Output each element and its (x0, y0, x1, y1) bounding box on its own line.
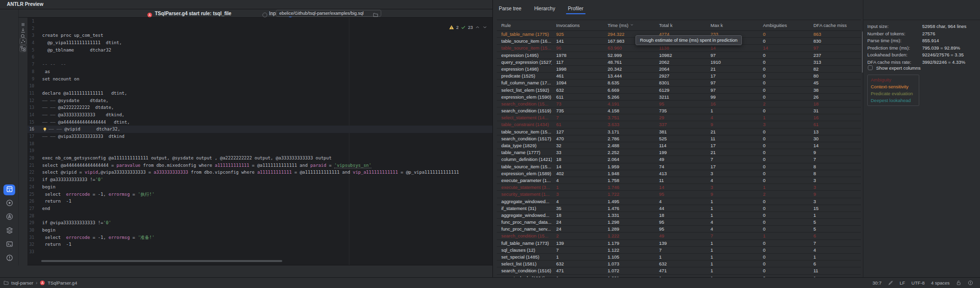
activity-bar-item-tool-antlr-preview[interactable] (3, 184, 15, 195)
profiler-row[interactable]: predicate (1525)46113.444292717080 (497, 73, 861, 79)
code-line-23[interactable]: 23if @a333333333333 !='0' (27, 176, 492, 183)
profiler-table-body[interactable]: full_table_name (1775)925294.32242742330… (497, 31, 861, 277)
profiler-row[interactable]: select_list (1581)6321.073632106 (497, 261, 861, 267)
inspection-widget[interactable]: 2 23 (449, 25, 488, 30)
profiler-row[interactable]: select_list_elem (1592)6326.669612997038 (497, 87, 861, 94)
code-line-32[interactable]: 32 return -1 (27, 241, 492, 248)
column-header-time-ms-[interactable]: Time (ms) (603, 23, 655, 28)
profiler-row[interactable]: expression (1495)197852.99910982970237 (497, 52, 861, 59)
breadcrumb-file[interactable]: TSqlParser.g4 (48, 280, 77, 286)
profiler-row[interactable]: select_statement (14...73.751294116 (497, 114, 861, 121)
profiler-row[interactable]: search_condition (15...734.1919516218 (497, 101, 861, 107)
tab-hierarchy[interactable]: Hierarchy (533, 4, 556, 15)
code-line-8[interactable]: 8 as (27, 68, 492, 76)
file-path-input[interactable]: ebelice/Github/tsql-parser/examples/big.… (276, 10, 381, 17)
caret-position[interactable]: 30:7 (872, 280, 882, 286)
code-line-13[interactable]: 13—— —— @a2222222222 dtdate, (27, 104, 492, 111)
profiler-row[interactable]: expression_elem (1590)6115.266321199026 (497, 94, 861, 101)
profiler-row[interactable]: execute_statement (3...11.74614313 (497, 184, 861, 191)
intention-bulb-icon[interactable] (42, 127, 49, 132)
code-line-20[interactable]: 20exec nb_com_getsysconfig @a11111111111… (27, 155, 492, 162)
profiler-row[interactable]: security_statement (1...31.72295929 (497, 191, 861, 198)
code-line-19[interactable]: 19 (27, 147, 492, 155)
code-line-31[interactable]: 31 select errorcode = -1, errormsg = '准备… (27, 234, 492, 241)
activity-bar-item-tool-run[interactable] (3, 198, 15, 209)
profiler-row[interactable]: query_expression (1527)11748.76120621910… (497, 59, 861, 66)
code-editor[interactable]: 123create proc up_com_test4 @p_vipa11111… (27, 18, 492, 265)
code-line-3[interactable]: 3create proc up_com_test (27, 32, 492, 39)
profiler-row[interactable]: expression (1498)199820.342206421082 (497, 66, 861, 73)
code-line-30[interactable]: 30begin (27, 227, 492, 234)
profiler-row[interactable]: table_constraint (1434)613.6333379361 (497, 121, 861, 128)
column-header-max-k[interactable]: Max k (706, 23, 759, 28)
column-header-rule[interactable]: Rule (497, 23, 552, 28)
profiler-row[interactable]: table_source_item (15...1273.17138121013 (497, 129, 861, 135)
code-line-10[interactable]: 10 (27, 82, 492, 90)
code-line-28[interactable]: 28 (27, 212, 492, 220)
profiler-row[interactable]: search_condition (15...21.22249716 (497, 233, 861, 239)
chevron-up-icon[interactable] (475, 25, 480, 30)
code-line-1[interactable]: 1 (27, 18, 492, 25)
unlock-icon[interactable] (956, 280, 961, 286)
expert-columns-checkbox[interactable] (867, 65, 873, 71)
input-radio[interactable] (262, 11, 268, 16)
indent-setting[interactable]: 4 spaces (931, 280, 950, 286)
readonly-pen-icon[interactable] (888, 280, 893, 286)
code-line-21[interactable]: 21select @a4444444444444444 = paravalue … (27, 162, 492, 169)
profiler-row[interactable]: data_type (1829)322.48811417014 (497, 142, 861, 149)
breadcrumb-project[interactable]: tsql-parser (11, 280, 33, 286)
profiler-row[interactable]: search_condition (1519)7354.1587351031 (497, 107, 861, 114)
encoding[interactable]: UTF-8 (911, 280, 925, 286)
code-line-18[interactable]: 18 (27, 140, 492, 148)
profiler-row[interactable]: column_definition (1421)182.06449707 (497, 156, 861, 163)
profiler-row[interactable]: aggregate_windowed...181.33118101 (497, 212, 861, 219)
profiler-row[interactable]: set_special (1485)11.1051101 (497, 254, 861, 261)
tab-parse-tree[interactable]: Parse tree (498, 4, 522, 15)
code-line-16[interactable]: 16—— —— @vipid dtchar32, (27, 126, 492, 133)
activity-bar-item-tool-services[interactable] (3, 226, 15, 236)
profiler-row[interactable]: func_proc_name_data...241.29895405 (497, 219, 861, 226)
code-line-5[interactable]: 5 @p_tblname dtchar32 (27, 47, 492, 54)
code-line-27[interactable]: 27end (27, 205, 492, 212)
profiler-row[interactable]: table_source_item (15...9663.96011381414… (497, 45, 861, 52)
notifications-icon[interactable] (968, 280, 973, 286)
code-line-9[interactable]: 9set nocount on (27, 76, 492, 83)
profiler-row[interactable]: full_table_name (1773)1391.179139107 (497, 240, 861, 247)
code-line-4[interactable]: 4 @p_vipa1111111111111 dtint, (27, 39, 492, 47)
activity-bar-item-tool-antlr[interactable] (3, 212, 15, 223)
code-line-24[interactable]: 24begin (27, 183, 492, 191)
code-line-11[interactable]: 11declare @a1111111111111 dtint, (27, 90, 492, 97)
code-line-33[interactable]: 33 (27, 248, 492, 256)
column-header-ambiguities[interactable]: Ambiguities (759, 23, 809, 28)
code-line-2[interactable]: 2 (27, 25, 492, 32)
line-ending[interactable]: LF (900, 280, 905, 286)
profiler-row[interactable]: func_proc_name_serv...241.28995405 (497, 226, 861, 233)
expert-columns-row[interactable]: Show expert columns (867, 65, 921, 71)
profiler-row[interactable]: expression_elem (1589)4021.948413308 (497, 170, 861, 177)
profiler-table-header[interactable]: RuleInvocationsTime (ms)Total kMax kAmbi… (497, 20, 861, 31)
profiler-row[interactable]: aggregate_windowed...41.4954103 (497, 198, 861, 205)
activity-bar-item-tool-terminal[interactable] (3, 239, 15, 250)
hierarchy-icon[interactable] (20, 45, 26, 52)
activity-bar-item-tool-problems[interactable] (3, 253, 15, 264)
column-header-total-k[interactable]: Total k (655, 23, 706, 28)
profiler-row[interactable]: search_condition (1516)4711.0724711011 (497, 267, 861, 274)
profiler-row[interactable]: if_statement (31)351.476441015 (497, 205, 861, 212)
column-header-invocations[interactable]: Invocations (552, 23, 603, 28)
profiler-row[interactable]: table_name (1777)332.2521992109 (497, 149, 861, 156)
code-line-22[interactable]: 22select @vipid = vipid,@vipa33333333333… (27, 169, 492, 176)
editor-horizontal-scrollbar[interactable] (41, 260, 282, 262)
code-line-7[interactable]: 7-- -- -- (27, 61, 492, 68)
code-line-26[interactable]: 26 return -1 (27, 198, 492, 205)
code-line-29[interactable]: 29if @vipa333333333333 !='0' (27, 219, 492, 227)
chevron-down-icon[interactable] (482, 25, 488, 30)
tab-profiler[interactable]: Profiler (567, 4, 585, 15)
scatter-icon[interactable] (20, 38, 26, 45)
code-line-6[interactable]: 6 (27, 53, 492, 61)
code-line-25[interactable]: 25 select errorcode = -1, errormsg = '执行… (27, 191, 492, 198)
column-header-dfa-cache-miss[interactable]: DFA cache miss (809, 23, 861, 28)
profiler-row[interactable]: table_source_item (15...141.959741708 (497, 163, 861, 170)
code-line-12[interactable]: 12—— —— @sysdate dtdate, (27, 97, 492, 105)
browse-folder-icon[interactable] (373, 11, 378, 16)
code-line-17[interactable]: 17—— —— @vipa333333333333 dtkind (27, 133, 492, 140)
